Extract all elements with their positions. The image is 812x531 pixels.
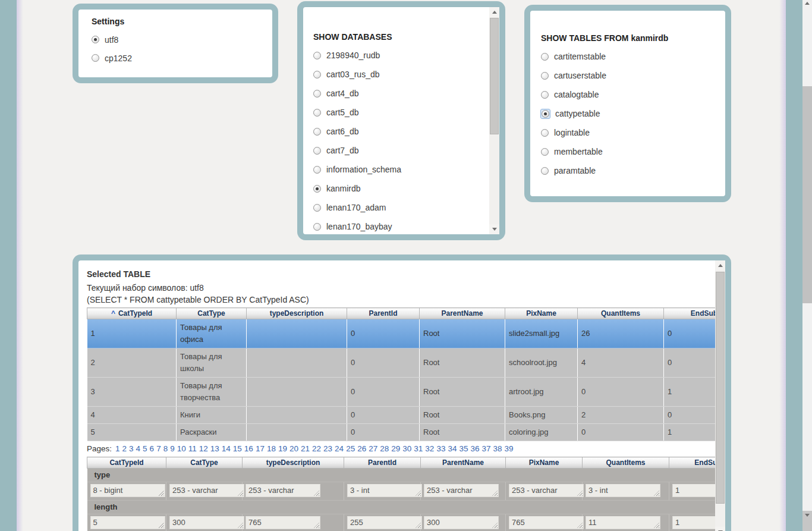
page-link-36[interactable]: 36 [470, 444, 479, 453]
field-type-QuantItems[interactable]: 3 - int [586, 484, 660, 497]
column-header-CatTypeId[interactable]: CatTypeId [87, 457, 166, 469]
scroll-up-button[interactable] [715, 260, 725, 271]
page-link-33[interactable]: 33 [436, 444, 445, 453]
page-link-15[interactable]: 15 [233, 444, 242, 453]
page-link-6[interactable]: 6 [150, 444, 155, 453]
page-link-21[interactable]: 21 [301, 444, 310, 453]
option-cp1252[interactable]: cp1252 [92, 49, 272, 67]
option-membertable[interactable]: membertable [541, 142, 725, 161]
option-cart4_db[interactable]: cart4_db [313, 84, 477, 103]
table-row[interactable]: 5Раскраски0Rootcoloring.jpg01 [87, 424, 716, 441]
page-link-17[interactable]: 17 [256, 444, 265, 453]
option-information_schema[interactable]: information_schema [313, 160, 477, 179]
option-cart5_db[interactable]: cart5_db [313, 103, 477, 122]
scroll-up-button[interactable] [489, 7, 499, 17]
field-type-PixName[interactable]: 253 - varchar [509, 484, 584, 497]
scroll-down-button[interactable] [489, 224, 499, 234]
option-2198940_rudb[interactable]: 2198940_rudb [313, 46, 477, 65]
database-radio-icon[interactable] [313, 204, 321, 212]
page-link-12[interactable]: 12 [199, 444, 208, 453]
field-type-typeDescription[interactable]: 253 - varchar [246, 484, 320, 497]
option-cart7_db[interactable]: cart7_db [313, 141, 477, 160]
column-header-CatType[interactable]: CatType [177, 308, 247, 319]
page-link-20[interactable]: 20 [289, 444, 298, 453]
field-length-QuantItems[interactable]: 11 [586, 516, 660, 529]
table-row[interactable]: 3Товары для творчества0Rootartroot.jpg01 [87, 378, 716, 407]
option-kanmirdb[interactable]: kanmirdb [313, 179, 477, 198]
page-link-31[interactable]: 31 [414, 444, 423, 453]
column-header-EndSubt[interactable]: EndSubt [664, 308, 716, 319]
field-length-EndSub[interactable]: 1 [672, 516, 715, 529]
page-link-5[interactable]: 5 [143, 444, 147, 453]
column-header-QuantItems[interactable]: QuantItems [578, 308, 664, 319]
page-link-23[interactable]: 23 [323, 444, 332, 453]
database-radio-icon[interactable] [313, 128, 321, 136]
column-header-CatType[interactable]: CatType [166, 457, 243, 469]
column-header-PixName[interactable]: PixName [506, 457, 583, 469]
table-radio-icon[interactable] [541, 91, 549, 99]
browser-scrollbar-thumb[interactable] [802, 86, 812, 303]
column-header-PixName[interactable]: PixName [505, 308, 578, 319]
page-link-34[interactable]: 34 [448, 444, 457, 453]
scroll-down-button[interactable] [802, 511, 812, 531]
table-radio-icon[interactable] [541, 167, 549, 175]
field-length-CatTypeId[interactable]: 5 [90, 516, 165, 529]
page-link-30[interactable]: 30 [402, 444, 411, 453]
page-link-38[interactable]: 38 [493, 444, 502, 453]
page-link-27[interactable]: 27 [369, 444, 377, 453]
table-radio-icon[interactable] [541, 129, 549, 137]
database-radio-icon[interactable] [313, 147, 321, 155]
field-length-ParentName[interactable]: 300 [424, 516, 499, 529]
page-link-22[interactable]: 22 [312, 444, 321, 453]
page-link-11[interactable]: 11 [188, 444, 197, 453]
page-link-14[interactable]: 14 [222, 444, 231, 453]
column-header-ParentName[interactable]: ParentName [421, 457, 506, 469]
database-radio-icon[interactable] [313, 71, 321, 78]
option-logintable[interactable]: logintable [541, 123, 725, 142]
column-header-EndSub[interactable]: EndSub [669, 457, 716, 469]
field-type-EndSub[interactable]: 1 [672, 484, 715, 497]
column-header-typeDescription[interactable]: typeDescription [243, 457, 344, 469]
page-link-2[interactable]: 2 [122, 444, 127, 453]
column-header-ParentId[interactable]: ParentId [347, 308, 420, 319]
table-radio-icon[interactable] [541, 72, 549, 80]
option-lenan170_baybay[interactable]: lenan170_baybay [313, 217, 477, 234]
browser-scrollbar[interactable] [802, 0, 812, 531]
table-row[interactable]: 4Книги0RootBooks.png20 [87, 407, 716, 424]
page-link-1[interactable]: 1 [115, 444, 120, 453]
page-link-37[interactable]: 37 [482, 444, 491, 453]
page-link-29[interactable]: 29 [391, 444, 400, 453]
table-radio-icon[interactable] [541, 53, 549, 61]
column-header-ParentId[interactable]: ParentId [344, 457, 421, 469]
scroll-down-button[interactable] [715, 527, 725, 531]
field-type-ParentId[interactable]: 3 - int [347, 484, 422, 497]
field-type-ParentName[interactable]: 253 - varchar [424, 484, 499, 497]
page-link-3[interactable]: 3 [129, 444, 134, 453]
page-link-25[interactable]: 25 [346, 444, 355, 453]
option-catalogtable[interactable]: catalogtable [541, 85, 725, 104]
page-link-16[interactable]: 16 [244, 444, 253, 453]
database-radio-icon[interactable] [313, 185, 321, 193]
column-header-typeDescription[interactable]: typeDescription [247, 308, 347, 319]
table-row[interactable]: 1Товары для офиса0Rootslide2small.jpg260 [87, 319, 716, 348]
option-cattypetable[interactable]: cattypetable [541, 104, 725, 123]
page-link-26[interactable]: 26 [357, 444, 366, 453]
page-link-7[interactable]: 7 [156, 444, 161, 453]
database-radio-icon[interactable] [313, 166, 321, 174]
page-link-18[interactable]: 18 [267, 444, 276, 453]
databases-scrollbar[interactable] [489, 7, 499, 234]
database-radio-icon[interactable] [313, 90, 321, 98]
option-cartuserstable[interactable]: cartuserstable [541, 66, 725, 85]
page-link-9[interactable]: 9 [170, 444, 175, 453]
option-paramtable[interactable]: paramtable [541, 161, 725, 180]
table-row[interactable]: 2Товары для школы0Rootschoolroot.jpg40 [87, 348, 716, 378]
option-lenan170_adam[interactable]: lenan170_adam [313, 198, 477, 217]
option-cart03_rus_db[interactable]: cart03_rus_db [313, 65, 477, 84]
settings-radio-icon[interactable] [92, 54, 99, 62]
field-length-ParentId[interactable]: 255 [347, 516, 422, 529]
page-link-19[interactable]: 19 [278, 444, 287, 453]
database-radio-icon[interactable] [313, 52, 321, 59]
page-link-8[interactable]: 8 [163, 444, 168, 453]
selected-table-scrollbar[interactable] [715, 260, 725, 531]
option-cartitemstable[interactable]: cartitemstable [541, 47, 725, 66]
